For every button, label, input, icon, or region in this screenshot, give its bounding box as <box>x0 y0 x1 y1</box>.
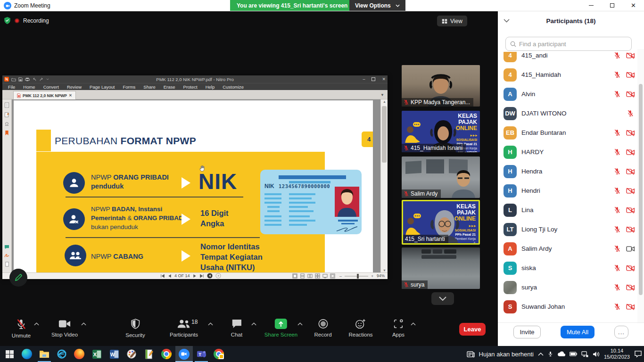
participant-row[interactable]: surya <box>498 278 637 297</box>
nitro-menu-review[interactable]: Review <box>67 84 82 90</box>
video-thumbnail[interactable]: KPP Madya Tangeran... <box>402 65 480 107</box>
panel-scrollbar[interactable] <box>637 49 644 323</box>
teams-icon[interactable]: T <box>196 348 207 360</box>
chrome-icon[interactable] <box>161 348 172 360</box>
zoom-out-icon[interactable]: – <box>339 274 342 279</box>
zoom-slider[interactable] <box>344 274 369 279</box>
nitro-menu-protect[interactable]: Protect <box>183 84 198 90</box>
participant-row[interactable]: LTLiong Tji Loy <box>498 220 637 239</box>
nitro-menu-share[interactable]: Share <box>143 84 155 90</box>
view-button[interactable]: View <box>437 16 467 26</box>
first-page-icon[interactable] <box>160 274 165 278</box>
stamps-panel-icon[interactable] <box>4 121 9 126</box>
nitro-menu-customize[interactable]: Customize <box>223 84 244 90</box>
pages-panel-icon[interactable] <box>4 102 9 108</box>
action-center-icon[interactable] <box>634 350 642 358</box>
prev-page-icon[interactable] <box>168 274 172 278</box>
mute-all-button[interactable]: Mute All <box>561 326 594 338</box>
signature-panel-icon[interactable] <box>4 253 9 258</box>
word-icon[interactable]: W <box>108 348 120 360</box>
nitro-minimize-button[interactable]: – <box>363 77 365 82</box>
attachments-panel-icon[interactable] <box>5 262 9 267</box>
next-page-icon[interactable] <box>193 274 197 278</box>
chat-button[interactable]: Chat <box>231 319 242 337</box>
view-forward-icon[interactable] <box>215 273 221 279</box>
participants-button[interactable]: 18 Participants <box>170 319 198 337</box>
video-thumbnail[interactable]: Salim Ardy <box>402 156 480 198</box>
nitro-menu-home[interactable]: Home <box>23 84 35 90</box>
nitro-menu-erase[interactable]: Erase <box>164 84 175 90</box>
minimize-button[interactable] <box>580 0 602 11</box>
tray-mic-icon[interactable] <box>548 351 553 357</box>
unmute-options-chevron[interactable] <box>34 322 39 326</box>
tab-close-icon[interactable]: ✕ <box>69 93 72 98</box>
participant-row[interactable]: SSuwandi Johan <box>498 297 637 316</box>
clock[interactable]: 10.14 15/02/2023 <box>604 348 630 360</box>
tab-list-dropdown-icon[interactable]: ▼ <box>380 93 384 97</box>
participant-search[interactable] <box>505 37 632 51</box>
participant-row[interactable]: Ssiska <box>498 258 637 278</box>
vertical-scrollbar[interactable]: ▲ ▼ <box>380 99 388 272</box>
view-back-icon[interactable] <box>207 273 213 279</box>
annotate-button[interactable] <box>9 269 27 287</box>
zoom-in-icon[interactable]: + <box>371 274 373 279</box>
invite-button[interactable]: Invite <box>513 326 541 338</box>
participant-row[interactable]: HHARDY <box>498 142 637 162</box>
single-page-view-icon[interactable] <box>292 273 297 279</box>
participant-row[interactable]: EBEndar Buntaran <box>498 123 637 142</box>
chat-options-chevron[interactable] <box>251 322 256 326</box>
journal-icon[interactable] <box>143 348 155 360</box>
participant-row[interactable]: HHendri <box>498 181 637 200</box>
video-options-chevron[interactable] <box>81 322 86 326</box>
grid-view-icon[interactable] <box>315 273 320 279</box>
unmute-button[interactable]: Unmute <box>12 319 31 338</box>
scrollbar-thumb[interactable] <box>382 106 387 163</box>
document-tab[interactable]: PMK 112 2,0 NIK NPWP ✕ <box>13 91 76 99</box>
security-button[interactable]: Security <box>125 319 145 338</box>
zoom-taskbar-icon[interactable] <box>178 348 190 360</box>
maximize-button[interactable] <box>602 0 623 11</box>
edge-icon[interactable] <box>21 348 33 360</box>
view-options-button[interactable]: View Options <box>349 0 405 11</box>
nitro-menu-help[interactable]: Help <box>206 84 215 90</box>
participant-row[interactable]: 4415_andi <box>498 52 637 65</box>
reactions-button[interactable]: Reactions <box>348 319 372 337</box>
bookmarks-panel-icon[interactable] <box>5 130 9 136</box>
paint-icon[interactable] <box>126 348 137 360</box>
share-options-chevron[interactable] <box>297 322 303 326</box>
search-input[interactable] <box>519 41 618 48</box>
nitro-menu-forms[interactable]: Forms <box>123 84 135 90</box>
continuous-view-icon[interactable] <box>300 273 305 279</box>
last-page-icon[interactable] <box>199 274 204 278</box>
firefox-icon[interactable] <box>74 348 85 360</box>
participant-row[interactable]: HHendra <box>498 162 637 181</box>
collapse-thumbnails-button[interactable] <box>431 292 454 305</box>
participant-row[interactable]: 4415_Hamidah <box>498 65 637 84</box>
participants-options-chevron[interactable] <box>208 322 213 326</box>
close-button[interactable]: ✕ <box>623 0 644 11</box>
comments-panel-icon[interactable] <box>4 245 9 249</box>
video-thumbnail[interactable]: KELASPAJAKONLINE ▶ ▶ ▶ SOSIALISASI PPh P… <box>402 111 480 152</box>
file-explorer-icon[interactable] <box>39 348 50 360</box>
share-screen-button[interactable]: Share Screen <box>264 319 297 337</box>
onedrive-icon[interactable] <box>557 351 565 357</box>
speaker-icon[interactable] <box>593 351 600 357</box>
leave-button[interactable]: Leave <box>459 323 486 336</box>
tray-expand-chevron[interactable] <box>538 352 544 356</box>
nitro-menu-file[interactable]: File <box>8 84 15 90</box>
nitro-menu-page-layout[interactable]: Page Layout <box>90 84 115 90</box>
news-icon[interactable] <box>467 351 475 358</box>
nitro-maximize-button[interactable] <box>372 77 375 81</box>
fullscreen-view-icon[interactable] <box>330 273 335 279</box>
record-button[interactable]: Record <box>314 319 331 337</box>
participant-row[interactable]: AAlvin <box>498 84 637 104</box>
video-thumbnail-active-speaker[interactable]: KELASPAJAKONLINE ▶ ▶ ▶ SOSIALISASI PPh P… <box>402 200 480 245</box>
participant-row[interactable]: ASalim Ardy <box>498 239 637 258</box>
export-panel-icon[interactable] <box>4 112 9 117</box>
battery-icon[interactable] <box>570 352 577 356</box>
internet-explorer-icon[interactable] <box>56 348 67 360</box>
stop-video-button[interactable]: Stop Video <box>51 319 78 337</box>
more-options-button[interactable]: ... <box>614 326 628 338</box>
nitro-menu-convert[interactable]: Convert <box>43 84 59 90</box>
panel-scrollbar-thumb[interactable] <box>639 84 643 295</box>
